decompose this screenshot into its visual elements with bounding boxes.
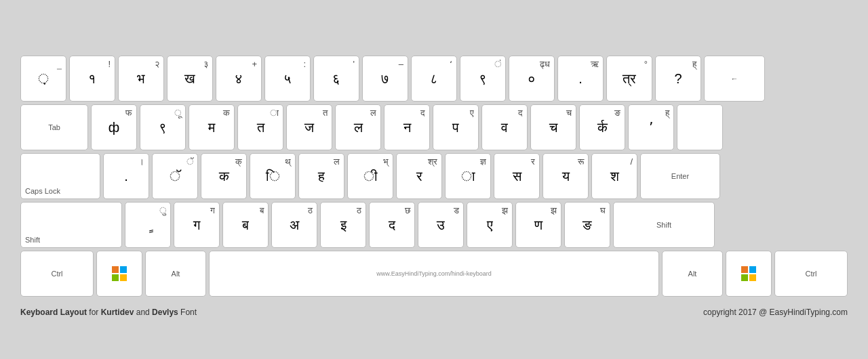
key-alt-left[interactable]: Alt <box>145 251 206 297</box>
key-h[interactable]: भ् ी <box>347 153 393 199</box>
footer-left: Keyboard Layout for Kurtidev and Devlys … <box>20 308 197 317</box>
key-9[interactable]: ं ९ <box>460 56 506 102</box>
key-a[interactable]: । . <box>103 153 149 199</box>
key-alt-right[interactable]: Alt <box>662 251 723 297</box>
key-6[interactable]: ' ६ <box>313 56 359 102</box>
key-f[interactable]: थ् ि <box>250 153 296 199</box>
key-enter[interactable]: Enter <box>640 153 720 199</box>
key-5[interactable]: : ५ <box>264 56 311 102</box>
key-u[interactable]: द न <box>384 104 430 150</box>
key-backslash[interactable] <box>677 104 723 150</box>
key-e[interactable]: क म <box>189 104 235 150</box>
key-x[interactable]: ग ग <box>174 202 220 248</box>
space-label: www.EasyHindiTyping.com/hindi-keyboard <box>376 270 492 277</box>
windows-icon-right <box>741 266 756 281</box>
row-shift: Shift ु ٍ ग ग ब ब ठ अ ठ इ छ द ड उ <box>20 202 848 248</box>
key-space[interactable]: www.EasyHindiTyping.com/hindi-keyboard <box>209 251 659 297</box>
key-l[interactable]: र स <box>494 153 540 199</box>
key-tab[interactable]: Tab <box>20 104 88 150</box>
key-s[interactable]: ॅ ॅ <box>152 153 198 199</box>
key-ctrl-right[interactable]: Ctrl <box>774 251 848 297</box>
keyboard-wrapper: ॒ ़ ! १ २ भ ३ ख + ४ : ५ ' ६ – ७ <box>0 42 868 306</box>
key-shift-right[interactable]: Shift <box>613 202 715 248</box>
row-qwerty: Tab फ ф ू ९ क म ा त त ज ल ल द न <box>20 104 848 150</box>
key-shift-left[interactable]: Shift <box>20 202 122 248</box>
key-slash[interactable]: घ ङ <box>564 202 610 248</box>
footer-right: copyright 2017 @ EasyHindiTyping.com <box>703 308 848 317</box>
footer-devlys: Devlys <box>152 308 178 317</box>
key-ctrl-left[interactable]: Ctrl <box>20 251 94 297</box>
key-4[interactable]: + ४ <box>216 56 262 102</box>
key-7[interactable]: – ७ <box>362 56 408 102</box>
row-asdf: Caps Lock । . ॅ ॅ क् क थ् ि ल ह भ् ी श्र… <box>20 153 848 199</box>
key-j[interactable]: श्र र <box>396 153 442 199</box>
key-i[interactable]: ए प <box>433 104 479 150</box>
key-2[interactable]: २ भ <box>118 56 164 102</box>
key-d[interactable]: क् क <box>201 153 247 199</box>
key-win-right[interactable] <box>726 251 772 297</box>
row-number: ॒ ़ ! १ २ भ ३ ख + ४ : ५ ' ६ – ७ <box>20 56 848 102</box>
key-bracket-r[interactable]: ह् ʼ <box>628 104 674 150</box>
key-minus[interactable]: ऋ . <box>557 56 604 102</box>
key-b[interactable]: ठ इ <box>320 202 366 248</box>
key-v[interactable]: ठ अ <box>271 202 317 248</box>
row-bottom: Ctrl Alt www.EasyHindiTyping.com/hindi-k… <box>20 251 848 297</box>
key-pipe[interactable]: ह् ? <box>655 56 701 102</box>
key-t[interactable]: त ज <box>286 104 332 150</box>
key-1[interactable]: ! १ <box>69 56 115 102</box>
key-o[interactable]: द व <box>481 104 528 150</box>
key-k[interactable]: ज्ञ ा <box>445 153 491 199</box>
key-equals[interactable]: ° त्र <box>606 56 652 102</box>
key-8[interactable]: ʻ ८ <box>411 56 457 102</box>
footer-bold-text: Keyboard Layout <box>20 308 87 317</box>
key-quote[interactable]: / श <box>591 153 637 199</box>
key-win-left[interactable] <box>96 251 142 297</box>
key-r[interactable]: ा त <box>237 104 283 150</box>
key-caps-lock[interactable]: Caps Lock <box>20 153 100 199</box>
key-q[interactable]: फ ф <box>91 104 137 150</box>
key-bracket-l[interactable]: ङ र्क <box>579 104 625 150</box>
footer: Keyboard Layout for Kurtidev and Devlys … <box>0 306 868 317</box>
key-y[interactable]: ल ल <box>335 104 381 150</box>
key-n[interactable]: छ द <box>369 202 415 248</box>
key-z[interactable]: ु ٍ <box>125 202 171 248</box>
key-w[interactable]: ू ९ <box>140 104 186 150</box>
key-m[interactable]: ड उ <box>418 202 464 248</box>
footer-kurtidev: Kurtidev <box>101 308 134 317</box>
key-g[interactable]: ल ह <box>298 153 344 199</box>
key-comma[interactable]: झ ए <box>467 202 513 248</box>
key-c[interactable]: ब ब <box>222 202 269 248</box>
key-period[interactable]: झ ण <box>515 202 561 248</box>
key-semicolon[interactable]: रू य <box>542 153 589 199</box>
key-0[interactable]: ढ्ध ० <box>509 56 555 102</box>
key-3[interactable]: ३ ख <box>167 56 213 102</box>
key-backspace[interactable]: ← <box>704 56 765 102</box>
key-p[interactable]: च च <box>530 104 576 150</box>
windows-icon-left <box>112 266 127 281</box>
key-backtick[interactable]: ॒ ़ <box>20 56 66 102</box>
